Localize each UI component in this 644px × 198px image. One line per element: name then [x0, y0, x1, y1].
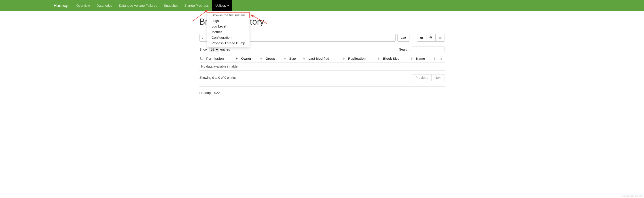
- col-name[interactable]: ▲▼Name: [415, 55, 438, 62]
- col-group[interactable]: ▲▼Group: [264, 55, 288, 62]
- toolbar-button-group: [417, 34, 445, 42]
- dropdown-item-log-level[interactable]: Log Level: [207, 24, 250, 29]
- sort-icon: ▲▼: [440, 57, 442, 60]
- col-replication[interactable]: ▲▼Replication: [347, 55, 382, 62]
- nav-item-datanodes[interactable]: Datanodes: [93, 0, 116, 11]
- list-icon: [439, 36, 442, 40]
- upload-button[interactable]: [426, 34, 436, 42]
- dropdown-item-process-thread-dump[interactable]: Process Thread Dump: [207, 40, 250, 46]
- sort-icon: ▲▼: [260, 57, 262, 60]
- search-input[interactable]: [412, 46, 445, 52]
- sort-icon: ▲▼: [236, 57, 238, 60]
- sort-icon: ▲▼: [378, 57, 380, 60]
- col-size[interactable]: ▲▼Size: [288, 55, 308, 62]
- next-button[interactable]: Next: [431, 74, 445, 81]
- sort-icon: ▲▼: [433, 57, 436, 60]
- footer-text: Hadoop, 2022.: [200, 91, 445, 95]
- col-last-modified[interactable]: ▲▼Last Modified: [308, 55, 347, 62]
- table-info: Showing 0 to 0 of 0 entries: [200, 76, 236, 80]
- show-entries: Show 25 entries: [200, 47, 230, 52]
- col-owner[interactable]: ▲▼Owner: [240, 55, 264, 62]
- navbar: Hadoop Overview Datanodes Datanode Volum…: [0, 0, 644, 11]
- entries-label: entries: [220, 48, 230, 51]
- table-bottom: Showing 0 to 0 of 0 entries Previous Nex…: [200, 74, 445, 81]
- footer-rule: [200, 86, 445, 86]
- go-button[interactable]: Go!: [397, 34, 409, 42]
- sort-icon: ▲▼: [284, 57, 286, 60]
- file-table: ▲▼Permission ▲▼Owner ▲▼Group ▲▼Size ▲▼La…: [200, 55, 445, 71]
- col-block-size[interactable]: ▲▼Block Size: [382, 55, 415, 62]
- folder-open-icon: [420, 36, 423, 40]
- dropdown-item-metrics[interactable]: Metrics: [207, 29, 250, 35]
- nav-item-utilities-label: Utilities: [215, 4, 226, 8]
- nav-item-startup-progress[interactable]: Startup Progress: [181, 0, 212, 11]
- search-box: Search:: [399, 46, 445, 52]
- sort-icon: ▲▼: [303, 57, 305, 60]
- dropdown-item-browse-fs[interactable]: Browse the file system: [207, 12, 250, 18]
- nav-item-datanode-volume-failures[interactable]: Datanode Volume Failures: [116, 0, 160, 11]
- sort-icon: ▲▼: [410, 57, 413, 60]
- nav-item-overview[interactable]: Overview: [73, 0, 93, 11]
- col-permission[interactable]: ▲▼Permission: [206, 55, 240, 62]
- entries-select[interactable]: 25: [209, 47, 219, 52]
- utilities-dropdown: Browse the file system Logs Log Level Me…: [207, 11, 250, 47]
- prev-button[interactable]: Previous: [412, 74, 431, 81]
- sort-icon: ▲▼: [342, 57, 345, 60]
- nav-item-snapshot[interactable]: Snapshot: [160, 0, 181, 11]
- col-checkbox: [200, 55, 206, 62]
- empty-message: No data available in table: [200, 62, 445, 71]
- controls-row: Show 25 entries Search:: [200, 46, 445, 52]
- upload-icon: [430, 36, 432, 40]
- nav-item-utilities[interactable]: Utilities: [212, 0, 232, 11]
- caret-down-icon: [227, 5, 229, 6]
- col-actions: ▲▼: [438, 55, 445, 62]
- show-label: Show: [200, 48, 208, 51]
- brand[interactable]: Hadoop: [54, 3, 69, 8]
- dropdown-item-configuration[interactable]: Configuration: [207, 35, 250, 40]
- select-all-checkbox[interactable]: [200, 57, 203, 60]
- search-label: Search:: [399, 48, 410, 51]
- table-empty-row: No data available in table: [200, 62, 445, 71]
- dropdown-item-logs[interactable]: Logs: [207, 18, 250, 24]
- new-folder-button[interactable]: [417, 34, 426, 42]
- list-button[interactable]: [435, 34, 445, 42]
- pager: Previous Next: [412, 74, 444, 81]
